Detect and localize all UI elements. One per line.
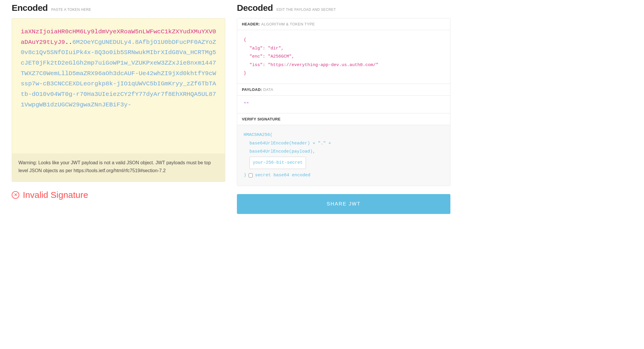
jwt-warning: Warning: Looks like your JWT payload is … [12,153,225,182]
token-separator: .. [65,39,72,46]
encoded-subtitle: PASTE A TOKEN HERE [51,8,91,12]
token-payload: 6M2OeYCgUNEDULy4.8AfbjO1U0bDFucPF0AZYoZ0… [21,39,216,108]
sig-algo: HMACSHA256( [244,131,444,139]
payload-sublabel: DATA [263,87,273,92]
payload-value: "" [244,102,249,107]
header-json-editor[interactable]: { "alg": "dir", "enc": "A256GCM", "iss":… [237,30,450,84]
signature-editor: HMACSHA256( base64UrlEncode(header) + ".… [237,125,450,186]
encoded-title: Encoded [12,3,48,13]
sig-line2: base64UrlEncode(payload), [249,149,315,154]
header-label: HEADER: [242,22,260,26]
header-iss: "https://everything-app-dev.us.auth0.com… [268,63,378,68]
invalid-icon: ✕ [12,191,19,199]
header-sublabel: ALGORITHM & TOKEN TYPE [261,22,315,26]
sig-line1: base64UrlEncode(header) + "." + [249,141,331,146]
encoded-token-input[interactable]: iaXNzIjoiaHR0cHM6Ly9ldmVyeXRoaW5nLWFwcC1… [12,18,225,182]
secret-input[interactable]: your-256-bit-secret [249,157,306,169]
encoded-header: Encoded PASTE A TOKEN HERE [12,3,225,13]
section-header-payload: PAYLOAD: DATA [237,84,450,96]
secret-base64-checkbox[interactable] [249,173,253,177]
signature-status-text: Invalid Signature [23,190,88,200]
decoded-subtitle: EDIT THE PAYLOAD AND SECRET [276,8,336,12]
payload-json-editor[interactable]: "" [237,96,450,114]
signature-status: ✕ Invalid Signature [12,190,225,200]
decoded-panel: HEADER: ALGORITHM & TOKEN TYPE { "alg": … [237,18,450,186]
section-header-signature: VERIFY SIGNATURE [237,113,450,125]
header-enc: "A256GCM" [268,54,292,59]
share-jwt-button[interactable]: SHARE JWT [237,194,450,214]
section-header-header: HEADER: ALGORITHM & TOKEN TYPE [237,18,450,30]
sig-close-paren: ) [244,171,246,180]
secret-base64-label: secret base64 encoded [255,171,310,180]
payload-label: PAYLOAD: [242,87,262,92]
decoded-title: Decoded [237,3,273,13]
decoded-header: Decoded EDIT THE PAYLOAD AND SECRET [237,3,450,13]
jwt-warning-text: Warning: Looks like your JWT payload is … [18,160,211,173]
signature-label: VERIFY SIGNATURE [242,117,280,121]
header-alg: "dir" [268,46,281,51]
